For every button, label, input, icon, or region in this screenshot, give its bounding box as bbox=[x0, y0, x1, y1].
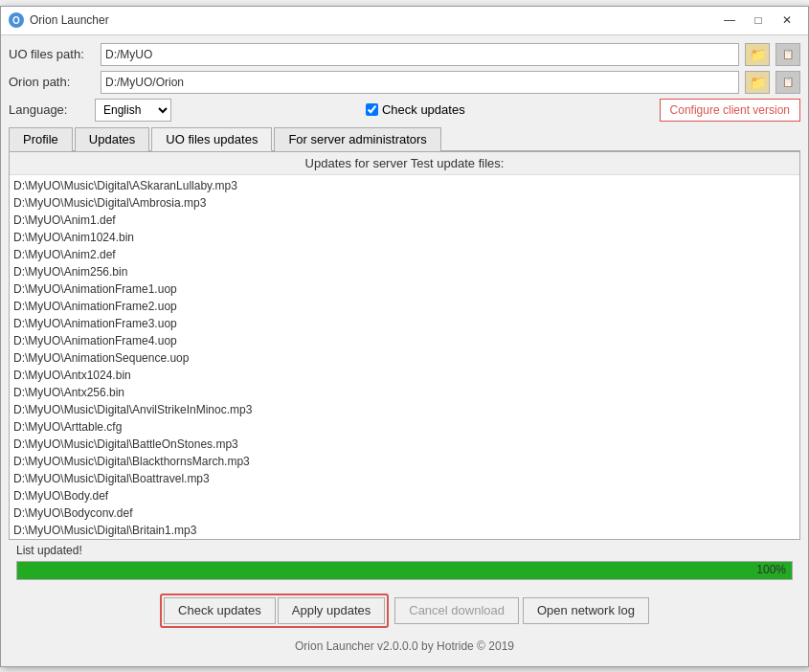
list-item: D:\MyUO\Music\Digital\Ambrosia.mp3 bbox=[13, 194, 796, 212]
language-select[interactable]: English bbox=[95, 99, 171, 122]
orion-browse-folder-button[interactable]: 📁 bbox=[745, 71, 770, 94]
configure-client-button[interactable]: Configure client version bbox=[660, 99, 800, 122]
server-label: Updates for server Test update files: bbox=[10, 152, 799, 175]
title-bar: O Orion Launcher — □ ✕ bbox=[1, 7, 808, 35]
progress-percent-label: 100% bbox=[756, 563, 786, 576]
list-item: D:\MyUO\AnimationFrame1.uop bbox=[13, 280, 796, 298]
check-updates-text: Check updates bbox=[382, 102, 465, 117]
other-buttons: Cancel download Open network log bbox=[394, 597, 649, 624]
tab-profile[interactable]: Profile bbox=[9, 127, 73, 151]
check-updates-checkbox-label[interactable]: Check updates bbox=[366, 102, 465, 117]
check-updates-checkbox[interactable] bbox=[366, 103, 378, 116]
uo-path-label: UO files path: bbox=[9, 47, 95, 61]
list-item: D:\MyUO\Music\Digital\Boattravel.mp3 bbox=[13, 470, 796, 487]
check-updates-button[interactable]: Check updates bbox=[164, 597, 276, 624]
language-label: Language: bbox=[9, 102, 95, 117]
orion-path-row: Orion path: 📁 📋 bbox=[9, 71, 800, 94]
list-item: D:\MyUO\Anim256.bin bbox=[13, 263, 796, 280]
open-network-log-button[interactable]: Open network log bbox=[523, 597, 649, 624]
main-panel: Updates for server Test update files: D:… bbox=[9, 151, 800, 540]
tab-uo-files-updates[interactable]: UO files updates bbox=[151, 127, 272, 151]
list-item: D:\MyUO\Music\Digital\BlackthornsMarch.m… bbox=[13, 453, 796, 470]
orion-path-label: Orion path: bbox=[9, 75, 95, 89]
cancel-download-button[interactable]: Cancel download bbox=[394, 597, 519, 624]
uo-path-row: UO files path: 📁 📋 bbox=[9, 43, 800, 66]
list-item: D:\MyUO\Bodyconv.def bbox=[13, 504, 796, 522]
list-item: D:\MyUO\Antx1024.bin bbox=[13, 367, 796, 384]
list-item: D:\MyUO\Music\Digital\AnvilStrikeInMinoc… bbox=[13, 401, 796, 418]
list-item: D:\MyUO\Antx256.bin bbox=[13, 384, 796, 401]
close-button[interactable]: ✕ bbox=[774, 11, 800, 30]
list-item: D:\MyUO\Anim1.def bbox=[13, 212, 796, 229]
list-item: D:\MyUO\AnimationFrame3.uop bbox=[13, 315, 796, 332]
footer-text: Orion Launcher v2.0.0.0 by Hotride © 201… bbox=[295, 639, 514, 653]
progress-bar-fill bbox=[17, 562, 792, 579]
check-updates-area: Check updates bbox=[171, 102, 660, 117]
file-list[interactable]: D:\MyUO\Music\Digital\ASkaranLullaby.mp3… bbox=[10, 175, 799, 539]
progress-bar-container: 100% bbox=[16, 561, 793, 580]
uo-browse-folder-button[interactable]: 📁 bbox=[745, 43, 770, 66]
list-item: D:\MyUO\Music\Digital\BattleOnStones.mp3 bbox=[13, 436, 796, 453]
maximize-button[interactable]: □ bbox=[745, 11, 772, 30]
window-controls: — □ ✕ bbox=[716, 11, 800, 30]
main-window: O Orion Launcher — □ ✕ UO files path: 📁 … bbox=[0, 6, 809, 667]
list-updated-label: List updated! bbox=[16, 544, 793, 557]
status-area: List updated! 100% bbox=[9, 540, 800, 588]
list-item: D:\MyUO\AnimationFrame2.uop bbox=[13, 298, 796, 315]
list-item: D:\MyUO\AnimationFrame4.uop bbox=[13, 332, 796, 349]
list-item: D:\MyUO\Music\Digital\Britain1.mp3 bbox=[13, 522, 796, 539]
app-icon: O bbox=[9, 12, 24, 28]
window-title: Orion Launcher bbox=[30, 13, 716, 27]
list-item: D:\MyUO\AnimationSequence.uop bbox=[13, 349, 796, 367]
footer: Orion Launcher v2.0.0.0 by Hotride © 201… bbox=[9, 636, 800, 659]
tab-server-admins[interactable]: For server administrators bbox=[274, 127, 440, 151]
list-item: D:\MyUO\Anim1024.bin bbox=[13, 229, 796, 246]
list-item: D:\MyUO\Body.def bbox=[13, 487, 796, 504]
list-item: D:\MyUO\Arttable.cfg bbox=[13, 418, 796, 436]
tabs-row: Profile Updates UO files updates For ser… bbox=[9, 126, 800, 151]
uo-path-input[interactable] bbox=[101, 43, 739, 66]
uo-copy-button[interactable]: 📋 bbox=[775, 43, 800, 66]
list-item: D:\MyUO\Music\Digital\ASkaranLullaby.mp3 bbox=[13, 177, 796, 194]
orion-copy-button[interactable]: 📋 bbox=[775, 71, 800, 94]
highlighted-buttons: Check updates Apply updates bbox=[160, 594, 389, 628]
buttons-row: Check updates Apply updates Cancel downl… bbox=[9, 588, 800, 636]
apply-updates-button[interactable]: Apply updates bbox=[278, 597, 385, 624]
list-item: D:\MyUO\Anim2.def bbox=[13, 246, 796, 263]
tab-updates[interactable]: Updates bbox=[75, 127, 149, 151]
orion-path-input[interactable] bbox=[101, 71, 739, 94]
language-row: Language: English Check updates Configur… bbox=[9, 99, 800, 122]
content-area: UO files path: 📁 📋 Orion path: 📁 📋 Langu… bbox=[1, 35, 808, 666]
minimize-button[interactable]: — bbox=[716, 11, 743, 30]
